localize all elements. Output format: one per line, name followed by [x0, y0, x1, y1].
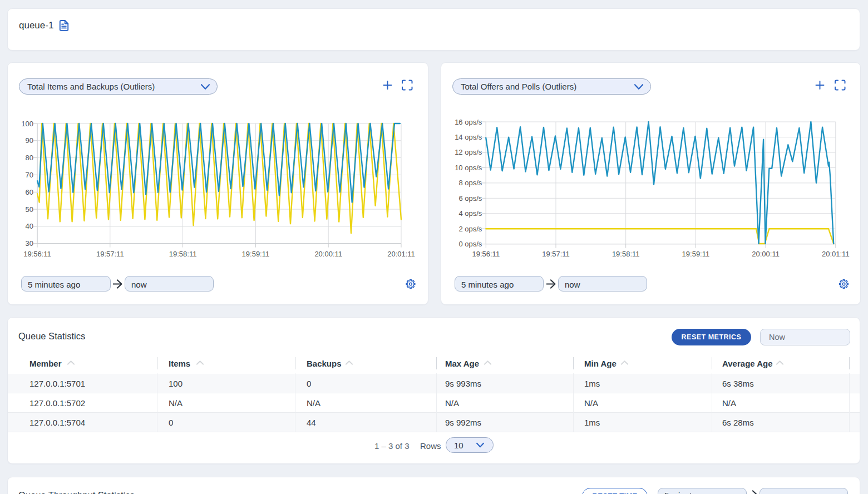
svg-text:4 ops/s: 4 ops/s — [458, 209, 482, 218]
svg-text:12 ops/s: 12 ops/s — [455, 148, 482, 156]
svg-text:19:56:11: 19:56:11 — [23, 250, 51, 258]
svg-text:30: 30 — [26, 239, 33, 248]
svg-text:19:56:11: 19:56:11 — [472, 250, 500, 258]
svg-text:80: 80 — [26, 154, 33, 162]
svg-text:10 ops/s: 10 ops/s — [455, 164, 482, 172]
svg-text:20:00:11: 20:00:11 — [752, 250, 780, 258]
svg-text:20:01:11: 20:01:11 — [387, 250, 415, 258]
svg-text:100: 100 — [21, 120, 33, 128]
svg-text:60: 60 — [26, 188, 33, 196]
svg-text:70: 70 — [26, 171, 33, 179]
svg-text:8 ops/s: 8 ops/s — [458, 179, 482, 187]
svg-text:20:01:11: 20:01:11 — [822, 250, 850, 258]
svg-text:19:59:11: 19:59:11 — [682, 250, 710, 258]
svg-text:20:00:11: 20:00:11 — [314, 250, 342, 258]
svg-text:90: 90 — [26, 136, 33, 145]
svg-text:40: 40 — [26, 222, 33, 230]
svg-text:19:59:11: 19:59:11 — [242, 250, 270, 258]
svg-text:2 ops/s: 2 ops/s — [458, 225, 482, 233]
svg-text:0 ops/s: 0 ops/s — [458, 240, 482, 248]
svg-text:19:58:11: 19:58:11 — [169, 250, 197, 258]
svg-text:19:58:11: 19:58:11 — [612, 250, 640, 258]
svg-text:19:57:11: 19:57:11 — [96, 250, 124, 258]
svg-text:14 ops/s: 14 ops/s — [455, 133, 482, 141]
svg-text:6 ops/s: 6 ops/s — [458, 194, 482, 202]
svg-text:16 ops/s: 16 ops/s — [455, 118, 482, 126]
svg-text:50: 50 — [26, 205, 33, 214]
svg-text:19:57:11: 19:57:11 — [542, 250, 570, 258]
